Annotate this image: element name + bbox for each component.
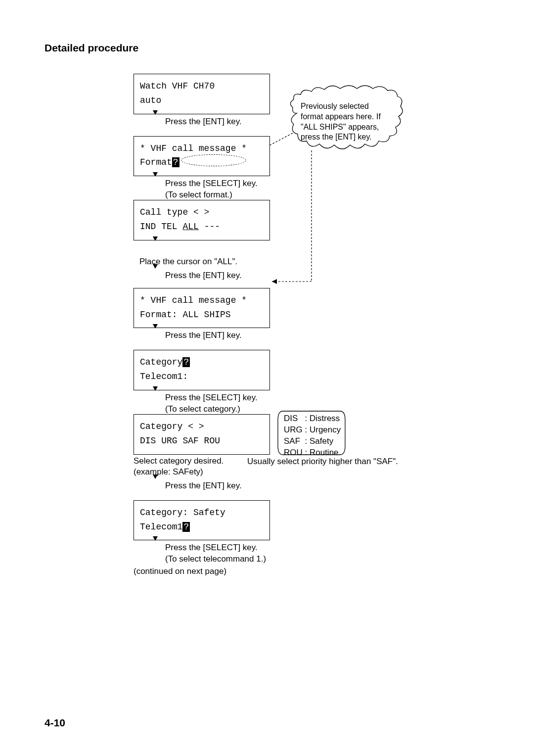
screen-line: * VHF call message * bbox=[140, 142, 264, 156]
screen-line: auto bbox=[140, 94, 264, 108]
screen-line: Watch VHF CH70 bbox=[140, 79, 264, 94]
category-legend: DIS : Distress URG : Urgency SAF : Safet… bbox=[277, 410, 346, 456]
continued-note: (continued on next page) bbox=[134, 566, 490, 577]
cloud-line: "ALL SHIPS" appears, bbox=[301, 123, 379, 131]
screen-line: Telecom1? bbox=[140, 520, 264, 534]
arrow-label: Press the [ENT] key. bbox=[162, 478, 242, 494]
screen-line: Format: ALL SHIPS bbox=[140, 308, 264, 322]
screen-line: IND TEL ALL --- bbox=[140, 220, 264, 234]
screen-format-allships: * VHF call message * Format: ALL SHIPS bbox=[134, 288, 270, 329]
legend-text: DIS : Distress URG : Urgency SAF : Safet… bbox=[277, 410, 346, 462]
cloud-line: Previously selected bbox=[301, 102, 369, 110]
screen-category-select: Category < > DIS URG SAF ROU bbox=[134, 414, 270, 455]
format-highlight-ellipse bbox=[181, 154, 246, 166]
cloud-line: press the [ENT] key. bbox=[301, 133, 372, 141]
screen-line: Call type < > bbox=[140, 205, 264, 220]
arrow-label: Press the [ENT] key. bbox=[162, 268, 242, 284]
arrow-label: Press the [SELECT] key.(To select teleco… bbox=[162, 540, 266, 567]
screen-line: Category < > bbox=[140, 420, 264, 434]
priority-note: Usually select priority higher than "SAF… bbox=[247, 457, 398, 467]
screen-line: Category: Safety bbox=[140, 506, 264, 520]
screen-category-safety: Category: Safety Telecom1? bbox=[134, 500, 270, 541]
cloud-line: format appears here. If bbox=[301, 112, 381, 121]
screen-line: Telecom1: bbox=[140, 370, 264, 384]
section-heading: Detailed procedure bbox=[44, 42, 490, 54]
instruction-place-cursor: Place the cursor on "ALL". bbox=[139, 256, 490, 267]
page-number: 4-10 bbox=[44, 717, 65, 729]
arrow-label: Press the [SELECT] key.(To select catego… bbox=[162, 390, 258, 417]
flow-diagram: Previously selected format appears here.… bbox=[134, 74, 490, 577]
arrow-label: Press the [ENT] key. bbox=[162, 328, 242, 343]
screen-line: Category? bbox=[140, 355, 264, 370]
screen-line: * VHF call message * bbox=[140, 293, 264, 308]
arrow-label: Press the [SELECT] key.(To select format… bbox=[162, 176, 258, 203]
callout-cloud: Previously selected format appears here.… bbox=[287, 84, 405, 153]
screen-format-prompt: * VHF call message * Format? bbox=[134, 136, 270, 177]
arrow-label: Press the [ENT] key. bbox=[162, 114, 242, 130]
screen-line: DIS URG SAF ROU bbox=[140, 434, 264, 448]
screen-category-prompt: Category? Telecom1: bbox=[134, 350, 270, 390]
screen-watch: Watch VHF CH70 auto bbox=[134, 74, 270, 114]
screen-call-type: Call type < > IND TEL ALL --- bbox=[134, 200, 270, 240]
